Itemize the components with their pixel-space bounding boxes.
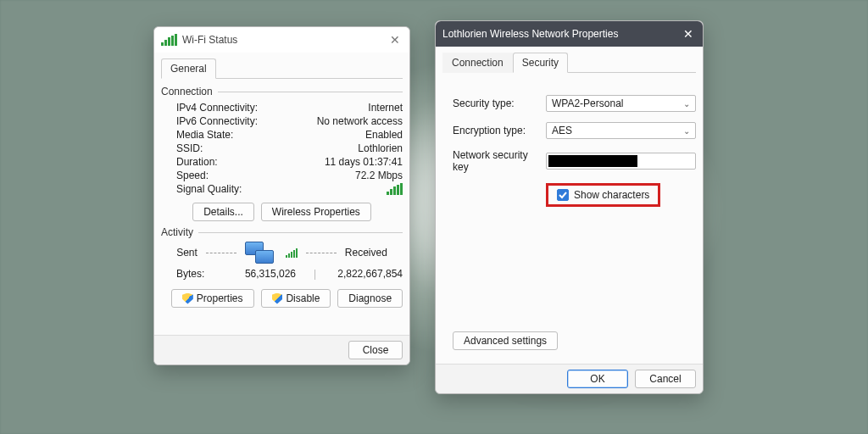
media-state-value: Enabled <box>278 129 403 141</box>
sent-label: Sent <box>176 247 198 259</box>
diagnose-button[interactable]: Diagnose <box>337 289 403 308</box>
encryption-type-value: AES <box>552 125 572 136</box>
properties-button[interactable]: Properties <box>171 289 254 308</box>
disable-button[interactable]: Disable <box>261 289 331 308</box>
wifi-status-window: Wi-Fi Status ✕ General Connection IPv4 C… <box>153 26 410 365</box>
properties-title: Lothlorien Wireless Network Properties <box>442 28 618 40</box>
encryption-type-combo[interactable]: AES ⌄ <box>546 122 696 139</box>
ssid-label: SSID: <box>176 142 278 154</box>
duration-value: 11 days 01:37:41 <box>278 156 403 168</box>
details-button[interactable]: Details... <box>192 203 254 221</box>
group-connection: Connection <box>161 86 403 97</box>
properties-tabs: Connection Security <box>442 52 696 73</box>
wifi-status-title: Wi-Fi Status <box>182 34 237 46</box>
bytes-label: Bytes: <box>176 268 227 280</box>
close-icon[interactable]: ✕ <box>387 32 403 47</box>
close-button[interactable]: Close <box>348 341 403 359</box>
group-activity-label: Activity <box>161 226 193 238</box>
properties-body: Connection Security Security type: WPA2-… <box>436 47 703 364</box>
speed-label: Speed: <box>176 170 278 181</box>
signal-quality-value <box>278 183 403 195</box>
received-label: Received <box>345 247 387 259</box>
ok-button[interactable]: OK <box>567 370 628 388</box>
wireless-properties-button[interactable]: Wireless Properties <box>261 203 371 221</box>
tab-general[interactable]: General <box>161 58 216 79</box>
ssid-value: Lothlorien <box>278 142 403 154</box>
check-icon <box>559 191 567 199</box>
signal-bars-icon <box>387 183 403 195</box>
properties-footer: OK Cancel <box>436 364 703 393</box>
encryption-type-label: Encryption type: <box>453 125 546 136</box>
close-icon[interactable]: ✕ <box>681 26 696 42</box>
network-key-input[interactable] <box>546 153 696 170</box>
wifi-status-body: General Connection IPv4 Connectivity:Int… <box>154 53 409 335</box>
wifi-status-titlebar[interactable]: Wi-Fi Status ✕ <box>154 27 409 53</box>
network-activity-icon <box>245 242 274 264</box>
bytes-received: 2,822,667,854 <box>316 268 403 280</box>
wifi-status-tabs: General <box>161 58 403 79</box>
security-type-label: Security type: <box>453 97 546 109</box>
media-state-label: Media State: <box>176 129 278 141</box>
security-type-combo[interactable]: WPA2-Personal ⌄ <box>546 95 696 112</box>
chevron-down-icon: ⌄ <box>683 99 690 108</box>
tab-connection[interactable]: Connection <box>442 53 513 73</box>
signal-quality-label: Signal Quality: <box>176 183 278 195</box>
wifi-icon <box>161 34 177 46</box>
show-characters-highlight: Show characters <box>546 183 660 207</box>
group-connection-label: Connection <box>161 86 213 97</box>
duration-label: Duration: <box>176 156 278 168</box>
wallpaper <box>0 0 868 434</box>
activity-visual: Sent Received <box>161 242 403 264</box>
show-characters-label: Show characters <box>574 189 649 201</box>
show-characters-checkbox[interactable] <box>557 189 569 201</box>
advanced-settings-button[interactable]: Advanced settings <box>453 331 558 350</box>
network-key-mask <box>548 155 637 167</box>
cancel-button[interactable]: Cancel <box>635 370 696 388</box>
group-activity: Activity <box>161 226 403 238</box>
security-type-value: WPA2-Personal <box>552 97 623 109</box>
shield-icon <box>182 293 193 304</box>
properties-titlebar[interactable]: Lothlorien Wireless Network Properties ✕ <box>436 21 703 47</box>
small-signal-icon <box>286 248 298 258</box>
ipv4-value: Internet <box>278 102 403 114</box>
shield-icon <box>272 293 283 304</box>
speed-value: 72.2 Mbps <box>278 170 403 181</box>
bytes-sent: 56,315,026 <box>227 268 314 280</box>
ipv6-label: IPv6 Connectivity: <box>176 115 278 127</box>
ipv6-value: No network access <box>278 115 403 127</box>
network-key-label: Network security key <box>453 149 546 173</box>
chevron-down-icon: ⌄ <box>683 126 690 136</box>
tab-security[interactable]: Security <box>513 53 568 73</box>
wireless-properties-window: Lothlorien Wireless Network Properties ✕… <box>435 20 704 394</box>
wifi-status-footer: Close <box>154 335 409 364</box>
ipv4-label: IPv4 Connectivity: <box>176 102 278 114</box>
